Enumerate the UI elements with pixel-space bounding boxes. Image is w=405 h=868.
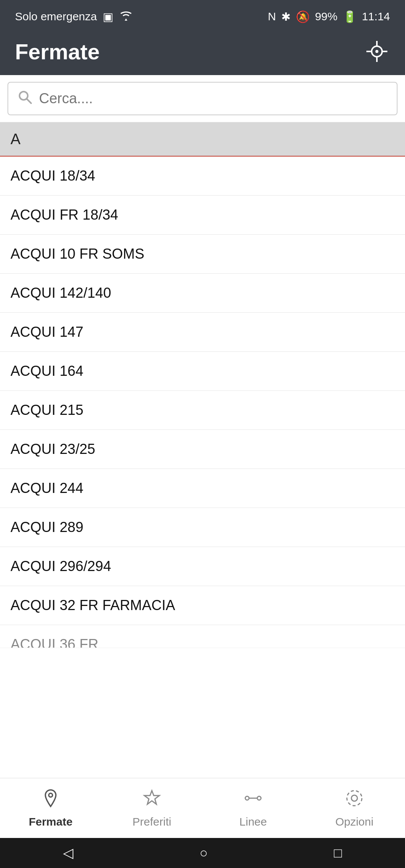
search-input-wrapper[interactable] <box>8 82 398 115</box>
battery-icon: 🔋 <box>343 10 357 23</box>
list-item[interactable]: ACQUI 32 FR FARMACIA <box>0 586 405 625</box>
status-left: Solo emergenza ▣ <box>15 10 133 23</box>
svg-line-7 <box>27 99 31 103</box>
section-letter: A <box>10 131 21 147</box>
nav-label-linee: Linee <box>239 815 267 828</box>
svg-point-8 <box>49 793 52 797</box>
nav-label-fermate: Fermate <box>29 815 73 828</box>
fermate-icon <box>41 788 60 812</box>
svg-point-13 <box>351 795 357 801</box>
system-nav-bar: ◁ ○ □ <box>0 838 405 868</box>
list-item[interactable]: ACQUI 147 <box>0 313 405 352</box>
nav-item-fermate[interactable]: Fermate <box>0 788 101 828</box>
list-item[interactable]: ACQUI 289 <box>0 508 405 547</box>
preferiti-icon <box>142 788 162 812</box>
list-item[interactable]: ACQUI 244 <box>0 469 405 508</box>
list-item[interactable]: ACQUI 164 <box>0 352 405 391</box>
recent-button[interactable]: □ <box>334 845 342 861</box>
list-item[interactable]: ACQUI 23/25 <box>0 430 405 469</box>
search-container <box>0 75 405 122</box>
silent-icon: 🔕 <box>296 10 310 23</box>
page-title: Fermate <box>15 39 100 64</box>
section-header-a: A <box>0 122 405 157</box>
list-item[interactable]: ACQUI 142/140 <box>0 274 405 313</box>
status-right: N ✱ 🔕 99% 🔋 11:14 <box>268 10 390 23</box>
emergency-text: Solo emergenza <box>15 10 97 23</box>
nav-item-linee[interactable]: Linee <box>202 788 304 828</box>
list-item[interactable]: ACQUI 18/34 <box>0 157 405 196</box>
svg-marker-9 <box>144 791 159 804</box>
list-item[interactable]: ACQUI 296/294 <box>0 547 405 586</box>
opzioni-icon <box>345 788 364 812</box>
list-item[interactable]: ACQUI 10 FR SOMS <box>0 235 405 274</box>
location-target-button[interactable] <box>364 38 390 65</box>
stops-list: ACQUI 18/34ACQUI FR 18/34ACQUI 10 FR SOM… <box>0 157 405 868</box>
wifi-icon <box>119 10 133 23</box>
home-button[interactable]: ○ <box>200 845 208 861</box>
sim-icon: ▣ <box>103 10 113 23</box>
nav-item-opzioni[interactable]: Opzioni <box>304 788 405 828</box>
battery-text: 99% <box>315 10 338 23</box>
bluetooth-icon: ✱ <box>281 10 291 23</box>
status-bar: Solo emergenza ▣ N ✱ 🔕 99% 🔋 11:14 <box>0 0 405 30</box>
nav-item-preferiti[interactable]: Preferiti <box>101 788 202 828</box>
svg-point-1 <box>375 50 378 53</box>
search-input[interactable] <box>39 90 388 107</box>
back-button[interactable]: ◁ <box>63 845 74 861</box>
list-item[interactable]: ACQUI FR 18/34 <box>0 196 405 235</box>
linee-icon <box>243 788 263 812</box>
list-item[interactable]: ACQUI 215 <box>0 391 405 430</box>
svg-point-14 <box>347 791 362 806</box>
nfc-icon: N <box>268 10 276 23</box>
nav-label-preferiti: Preferiti <box>132 815 171 828</box>
list-item[interactable]: ACQUI 36 FR <box>0 625 405 648</box>
nav-label-opzioni: Opzioni <box>335 815 374 828</box>
app-header: Fermate <box>0 30 405 75</box>
svg-point-10 <box>245 796 249 800</box>
svg-point-11 <box>257 796 261 800</box>
search-icon <box>17 89 32 108</box>
clock: 11:14 <box>362 10 390 23</box>
bottom-nav: Fermate Preferiti Linee Opzioni <box>0 778 405 838</box>
